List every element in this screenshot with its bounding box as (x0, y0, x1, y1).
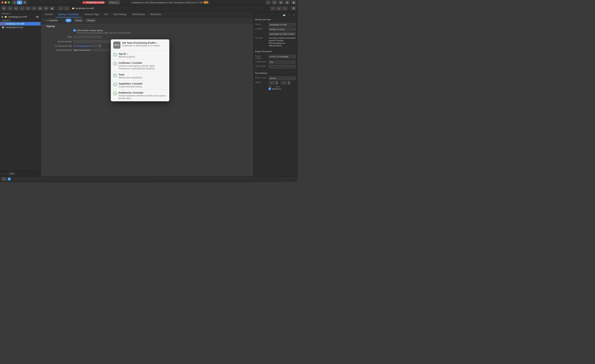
indent-using-select[interactable]: Spaces Tabs (269, 77, 296, 80)
popup-item-certs-content: Certificates: 1 Included Includes newest… (119, 62, 167, 70)
hierarchy-button[interactable]: ⊟ (14, 6, 18, 10)
inspector-toggle[interactable]: 𝌆 (291, 6, 296, 10)
project-format-select[interactable]: Xcode 3.2-compatible Xcode 12-compatible (269, 55, 296, 58)
location-button[interactable]: ◉ (50, 6, 55, 10)
filter-release-button[interactable]: Release (85, 19, 96, 22)
filter-icon: ⌕ (8, 173, 9, 175)
sidebar-add-button[interactable]: + (1, 172, 3, 175)
build-status: sampleapp-ios-swift | Build sampleapp-io… (130, 1, 210, 4)
auto-manage-label: Automatically manage signing (77, 29, 131, 31)
nav-forward-button[interactable]: › (64, 6, 69, 10)
find-button[interactable]: ⌕ (20, 6, 24, 10)
tab-up-arrow[interactable]: ▲ (276, 81, 278, 83)
sidebar-remove-button[interactable]: − (4, 172, 5, 175)
grid-view-button[interactable]: ⊞ (1, 6, 6, 10)
indent-up-arrow[interactable]: ▲ (288, 81, 290, 83)
popup-header: PROV iOS Team Provisioning Profile: • Cr… (111, 39, 169, 51)
bottom-toggle-button[interactable]: ▼ (1, 177, 6, 181)
sidebar-item-target1[interactable]: 🔴 sampleapp-ios-swift (0, 22, 41, 26)
section-toggle-icon[interactable]: ▼ (44, 25, 45, 27)
tab-down-arrow[interactable]: ▼ (276, 83, 278, 85)
indent-arrows: ▲ ▼ (288, 81, 290, 85)
diff-button[interactable]: ⊞ (38, 6, 42, 10)
bundle-id-input[interactable] (73, 40, 116, 43)
minimize-button[interactable] (5, 1, 7, 4)
layout-button2[interactable]: ▤ (285, 0, 290, 4)
run-button[interactable]: ▶ (17, 0, 22, 4)
prov-profile-info-icon[interactable]: i (95, 45, 97, 47)
sidebar-filter-button[interactable]: ⌕ Filter (6, 172, 16, 175)
tab-info[interactable]: Info (102, 12, 111, 17)
prov-profile-value: Xcode Managed Profile (73, 45, 94, 47)
popup-item-capabilities-content: Capabilities: 1 Included Includes Keycha… (119, 82, 142, 88)
wrap-lines-checkbox[interactable]: ✓ (269, 88, 271, 90)
stop-button[interactable]: ■ (22, 0, 27, 4)
filter-all-button[interactable]: All (65, 19, 71, 22)
layout-button3[interactable]: ▦ (291, 0, 296, 4)
tab-build-phases[interactable]: Build Phases (130, 12, 148, 17)
tab-build-rules[interactable]: Build Rules (148, 12, 164, 17)
sidebar-toggle-button[interactable]: ☰ (12, 0, 17, 4)
tab-signing[interactable]: Signing & Capabilities (56, 12, 82, 17)
add-tab-button[interactable]: + (266, 0, 270, 4)
redacted-cert2 (146, 68, 155, 70)
nav-prev-button[interactable]: ‹ (270, 6, 275, 10)
tab-build-settings[interactable]: Build Settings (111, 12, 129, 17)
target2-name: sampleapp-ios-swi... (5, 26, 25, 29)
tab-input[interactable] (269, 81, 275, 85)
sidebar-item-target2[interactable]: 🔲 sampleapp-ios-swi... (0, 26, 41, 29)
split-output-button[interactable]: ⊞ (285, 182, 290, 182)
prov-profile-arrow[interactable]: › (98, 44, 101, 47)
project-icon: 📁 (4, 16, 7, 18)
full-path-navigate-icon[interactable]: ↗ (297, 37, 298, 39)
popup-item-app-id-content: App ID: • Matches bundle ID (119, 53, 135, 58)
popup-title: iOS Team Provisioning Profile: • (122, 42, 160, 44)
grid2-button[interactable]: ⊡ (44, 6, 49, 10)
class-prefix-input[interactable] (269, 65, 296, 68)
popup-item-team-desc: Matches team (119, 76, 142, 79)
indent-down-arrow[interactable]: ▼ (288, 83, 290, 85)
widths-label: Widths (255, 81, 268, 83)
split-view-button[interactable]: ⇄ (272, 0, 277, 4)
device-label[interactable]: iPhone 11 (108, 0, 120, 4)
trash-button[interactable]: 🗑 (278, 182, 283, 182)
question-inspector-icon[interactable]: ? (287, 14, 291, 17)
history-inspector-icon[interactable]: ⏱ (292, 14, 296, 17)
auto-manage-checkbox[interactable]: ✓ (73, 29, 76, 32)
layout-button1[interactable]: ▥ (278, 0, 283, 4)
nav-next-button[interactable]: › (283, 6, 287, 10)
list-view-button[interactable]: ≡ (7, 6, 12, 10)
full-output-button[interactable]: ☰ (291, 182, 296, 182)
class-prefix-label: Class Prefix (255, 65, 268, 67)
team-input[interactable] (73, 35, 102, 38)
name-input[interactable] (269, 23, 296, 26)
warning-nav-button[interactable]: ⚠ (276, 6, 281, 10)
location-path-input[interactable] (269, 32, 296, 36)
popup-item-team-title: Team: (119, 73, 142, 76)
tab-arrows: ▲ ▼ (276, 81, 278, 85)
maximize-button[interactable] (8, 1, 10, 4)
filter-debug-button[interactable]: Debug (74, 19, 83, 22)
project-doc-title: Project Document (255, 50, 296, 53)
bottom-panels: ▼ ⌕ All Output ▼ ⌕ Filter 🗑 ⊞ (0, 176, 298, 182)
identity-inspector-icon[interactable]: 🪪 (282, 14, 286, 17)
add-capability-button[interactable]: + + Capability (43, 19, 60, 22)
popup-item-app-id-title: App ID: • (119, 53, 135, 55)
location-select[interactable]: Relative to Group Absolute (269, 28, 296, 31)
organization-input[interactable] (269, 60, 296, 64)
debug-panel (0, 181, 149, 182)
bundle-id-label: Bundle Identifier (44, 40, 72, 43)
warning-badge: ⚠ 1 (204, 1, 208, 4)
tab-resource-tags[interactable]: Resource Tags (82, 12, 102, 17)
diamond-button[interactable]: ◇ (32, 6, 36, 10)
warning-button[interactable]: ⚠ (26, 6, 30, 10)
sidebar-item-project[interactable]: ▶ 📁 sampleapp-ios-swift M (0, 15, 41, 19)
indent-input[interactable] (281, 81, 287, 85)
nav-back-button[interactable]: ‹ (58, 6, 63, 10)
popup-item-certs-title: Certificates: 1 Included (119, 62, 167, 64)
toolbar-separator (56, 6, 57, 10)
close-button[interactable] (1, 1, 4, 4)
toolbar-separator2 (289, 6, 289, 10)
tab-general[interactable]: General (42, 12, 56, 17)
location-select-wrapper: Relative to Group Absolute (269, 28, 296, 31)
